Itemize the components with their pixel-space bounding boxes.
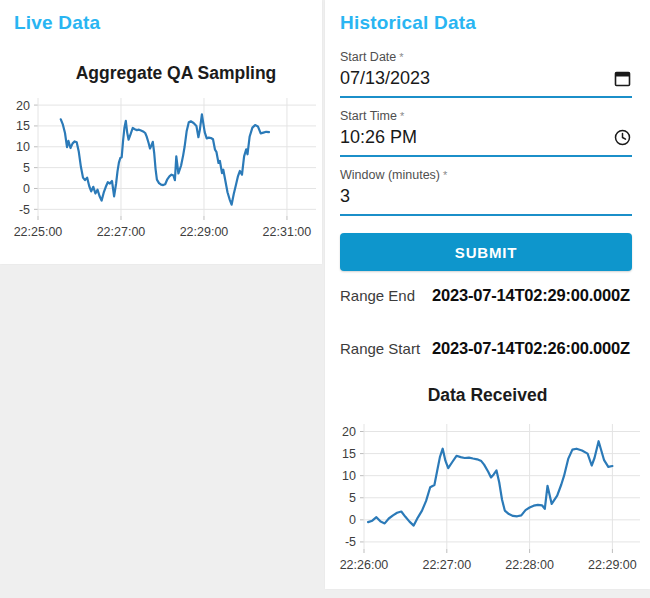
start-date-field: Start Date* 07/13/2023 <box>340 50 632 98</box>
clock-icon[interactable] <box>614 129 631 146</box>
start-time-label: Start Time* <box>340 109 632 123</box>
live-data-heading: Live Data <box>14 12 100 34</box>
start-date-label-text: Start Date <box>340 50 396 64</box>
start-date-value: 07/13/2023 <box>340 68 430 88</box>
x-tick-label: 22:27:00 <box>97 225 146 239</box>
required-asterisk: * <box>399 51 403 63</box>
y-tick-label: -5 <box>19 203 30 217</box>
range-start-row: Range Start 2023-07-14T02:26:00.000Z <box>340 339 630 358</box>
required-asterisk: * <box>400 110 404 122</box>
historical-data-panel: Historical Data Start Date* 07/13/2023 S… <box>325 0 650 589</box>
y-tick-label: 20 <box>16 99 30 113</box>
range-end-label: Range End <box>340 287 432 304</box>
live-chart-title: Aggregate QA Sampling <box>30 63 322 84</box>
start-time-field: Start Time* 10:26 PM <box>340 109 632 157</box>
submit-button[interactable]: SUBMIT <box>340 233 632 271</box>
y-tick-label: 15 <box>342 447 356 461</box>
live-chart: 20151050-522:25:0022:27:0022:29:0022:31:… <box>4 90 320 256</box>
historical-data-heading: Historical Data <box>340 12 476 34</box>
calendar-icon[interactable] <box>614 70 631 87</box>
y-tick-label: 0 <box>349 513 356 527</box>
historical-chart: 20151050-522:26:0022:27:0022:28:0022:29:… <box>329 410 649 582</box>
historical-query-form: Start Date* 07/13/2023 Start Time* 10:26… <box>340 50 632 271</box>
y-tick-label: 10 <box>342 469 356 483</box>
range-start-value: 2023-07-14T02:26:00.000Z <box>432 339 630 358</box>
x-tick-label: 22:29:00 <box>588 558 637 572</box>
range-end-row: Range End 2023-07-14T02:29:00.000Z <box>340 286 630 305</box>
y-tick-label: 15 <box>16 119 30 133</box>
x-tick-label: 22:27:00 <box>422 558 471 572</box>
historical-chart-title: Data Received <box>325 385 650 406</box>
x-tick-label: 22:25:00 <box>14 225 63 239</box>
window-minutes-field: Window (minutes)* 3 <box>340 168 632 216</box>
y-tick-label: -5 <box>345 535 356 549</box>
y-tick-label: 10 <box>16 140 30 154</box>
y-tick-label: 0 <box>23 182 30 196</box>
window-minutes-label-text: Window (minutes) <box>340 168 440 182</box>
data-series-line <box>61 114 269 204</box>
start-time-label-text: Start Time <box>340 109 397 123</box>
start-time-value: 10:26 PM <box>340 127 417 147</box>
required-asterisk: * <box>443 169 447 181</box>
y-tick-label: 5 <box>349 491 356 505</box>
start-time-input[interactable]: 10:26 PM <box>340 125 632 157</box>
y-tick-label: 5 <box>23 161 30 175</box>
x-tick-label: 22:29:00 <box>180 225 229 239</box>
start-date-label: Start Date* <box>340 50 632 64</box>
window-minutes-label: Window (minutes)* <box>340 168 632 182</box>
range-end-value: 2023-07-14T02:29:00.000Z <box>432 286 630 305</box>
start-date-input[interactable]: 07/13/2023 <box>340 66 632 98</box>
x-tick-label: 22:26:00 <box>340 558 389 572</box>
window-minutes-input[interactable]: 3 <box>340 184 632 216</box>
x-tick-label: 22:31:00 <box>263 225 312 239</box>
window-minutes-value: 3 <box>340 186 350 206</box>
y-tick-label: 20 <box>342 425 356 439</box>
x-tick-label: 22:28:00 <box>505 558 554 572</box>
range-start-label: Range Start <box>340 340 432 357</box>
live-data-panel: Live Data Aggregate QA Sampling 20151050… <box>0 0 322 264</box>
